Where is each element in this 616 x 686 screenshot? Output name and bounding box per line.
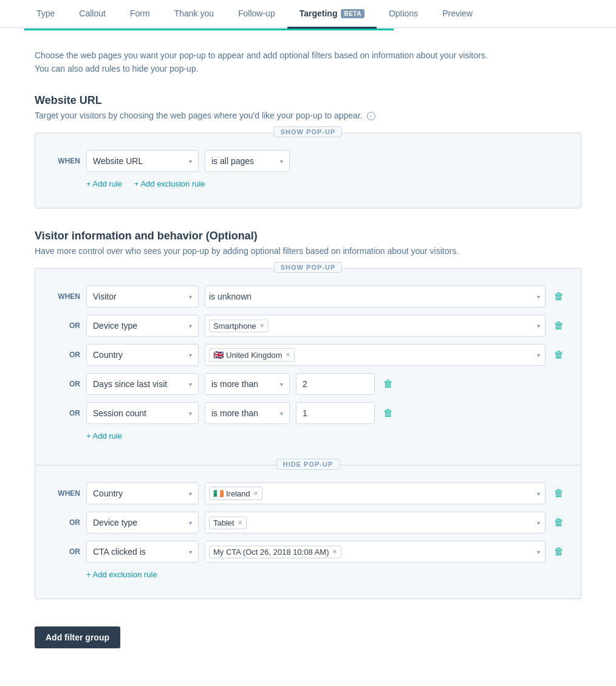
chevron-down-icon: ▾ xyxy=(189,323,192,329)
chevron-down-icon: ▾ xyxy=(189,520,192,526)
hide-popup-inner: WHEN Country ▾ 🇮🇪 Ireland × xyxy=(35,465,581,599)
tab-preview[interactable]: Preview xyxy=(430,0,485,29)
chevron-down-icon: ▾ xyxy=(189,293,192,300)
visitor-main-dropdown[interactable]: Visitor ▾ xyxy=(86,286,199,307)
country-value[interactable]: 🇬🇧 United Kingdom × ▾ xyxy=(205,344,546,366)
hide-popup-divider: HIDE POP-UP WHEN Country ▾ 🇮🇪 xyxy=(35,465,581,599)
country-dropdown[interactable]: Country ▾ xyxy=(86,344,199,366)
url-condition-dropdown[interactable]: is all pages ▾ xyxy=(205,150,290,172)
chevron-down-icon: ▾ xyxy=(189,381,192,388)
url-main-dropdown[interactable]: Website URL ▾ xyxy=(86,150,199,172)
hide-country-row: WHEN Country ▾ 🇮🇪 Ireland × xyxy=(50,482,566,504)
chevron-down-icon: ▾ xyxy=(280,158,283,165)
delete-button[interactable]: 🗑 xyxy=(381,376,395,392)
visitor-info-title: Visitor information and behavior (Option… xyxy=(35,230,581,242)
device-type-dropdown[interactable]: Device type ▾ xyxy=(86,315,199,337)
chevron-down-icon: ▾ xyxy=(537,520,540,526)
delete-button[interactable]: 🗑 xyxy=(552,289,566,304)
ireland-tag: 🇮🇪 Ireland × xyxy=(209,487,262,500)
add-exclusion-row: + Add exclusion rule xyxy=(50,570,566,579)
smartphone-tag: Smartphone × xyxy=(209,320,269,332)
delete-button[interactable]: 🗑 xyxy=(552,485,566,501)
website-url-subtitle: Target your visitors by choosing the web… xyxy=(35,111,581,120)
days-since-input[interactable] xyxy=(296,373,375,395)
hide-device-row: OR Device type ▾ Tablet × xyxy=(50,512,566,533)
add-filter-group-button[interactable]: Add filter group xyxy=(35,626,120,648)
when-label: WHEN xyxy=(50,157,80,165)
uk-tag: 🇬🇧 United Kingdom × xyxy=(209,348,295,362)
device-type-row: OR Device type ▾ Smartphone × ▾ xyxy=(50,315,566,337)
cta-tag: My CTA (Oct 26, 2018 10:08 AM) × xyxy=(209,546,341,558)
beta-badge: BETA xyxy=(341,9,364,18)
or-label: OR xyxy=(50,380,80,388)
chevron-down-icon: ▾ xyxy=(537,323,540,329)
add-visitor-rule-button[interactable]: + Add rule xyxy=(86,431,122,441)
chevron-down-icon: ▾ xyxy=(189,490,192,497)
delete-button[interactable]: 🗑 xyxy=(552,544,566,560)
remove-smartphone-icon[interactable]: × xyxy=(260,321,264,330)
remove-uk-icon[interactable]: × xyxy=(286,351,290,359)
url-when-row: WHEN Website URL ▾ is all pages ▾ xyxy=(50,150,566,172)
main-content: Choose the web pages you want your pop-u… xyxy=(0,30,616,673)
website-url-title: Website URL xyxy=(35,94,581,107)
delete-button[interactable]: 🗑 xyxy=(552,318,566,334)
add-exclusion-rule-button[interactable]: + Add exclusion rule xyxy=(134,179,205,188)
chevron-down-icon: ▾ xyxy=(189,352,192,358)
hide-cta-row: OR CTA clicked is ▾ My CTA (Oct 26, 2018… xyxy=(50,541,566,563)
chevron-down-icon: ▾ xyxy=(280,381,283,388)
chevron-down-icon: ▾ xyxy=(189,158,192,165)
remove-tablet-icon[interactable]: × xyxy=(238,518,242,527)
delete-button[interactable]: 🗑 xyxy=(381,405,395,421)
days-since-condition-dropdown[interactable]: is more than ▾ xyxy=(205,373,290,395)
hide-cta-dropdown[interactable]: CTA clicked is ▾ xyxy=(86,541,199,563)
tab-type[interactable]: Type xyxy=(24,0,67,29)
show-popup-url-label: SHOW POP-UP xyxy=(274,126,342,137)
tab-form[interactable]: Form xyxy=(118,0,162,29)
tab-follow-up[interactable]: Follow-up xyxy=(226,0,287,29)
visitor-info-subtitle: Have more control over who sees your pop… xyxy=(35,246,581,256)
or-label: OR xyxy=(50,547,80,556)
website-url-section: Website URL Target your visitors by choo… xyxy=(35,94,581,208)
visitor-row-1: WHEN Visitor ▾ is unknown ▾ 🗑 xyxy=(50,286,566,307)
show-popup-url-inner: WHEN Website URL ▾ is all pages ▾ + Add … xyxy=(35,133,581,208)
remove-cta-icon[interactable]: × xyxy=(333,547,337,556)
page-description: Choose the web pages you want your pop-u… xyxy=(35,49,496,76)
tab-options[interactable]: Options xyxy=(377,0,430,29)
delete-button[interactable]: 🗑 xyxy=(552,515,566,530)
nav-tabs: Type Callout Form Thank you Follow-up Ta… xyxy=(0,0,616,29)
chevron-down-icon: ▾ xyxy=(537,490,540,497)
tablet-tag: Tablet × xyxy=(209,516,247,529)
country-row: OR Country ▾ 🇬🇧 United Kingdom × xyxy=(50,344,566,366)
or-label: OR xyxy=(50,409,80,417)
when-label: WHEN xyxy=(50,292,80,301)
or-label: OR xyxy=(50,518,80,527)
hide-device-dropdown[interactable]: Device type ▾ xyxy=(86,512,199,533)
session-count-condition-dropdown[interactable]: is more than ▾ xyxy=(205,402,290,424)
add-rule-button[interactable]: + Add rule xyxy=(86,179,122,188)
remove-ireland-icon[interactable]: × xyxy=(254,489,258,498)
show-popup-visitor-inner: WHEN Visitor ▾ is unknown ▾ 🗑 O xyxy=(35,269,581,460)
hide-country-dropdown[interactable]: Country ▾ xyxy=(86,482,199,504)
url-actions-row: + Add rule + Add exclusion rule xyxy=(50,179,566,188)
days-since-dropdown[interactable]: Days since last visit ▾ xyxy=(86,373,199,395)
session-count-dropdown[interactable]: Session count ▾ xyxy=(86,402,199,424)
tab-callout[interactable]: Callout xyxy=(67,0,118,29)
tab-targeting[interactable]: Targeting BETA xyxy=(287,0,377,29)
delete-button[interactable]: 🗑 xyxy=(552,347,566,363)
tab-thank-you[interactable]: Thank you xyxy=(162,0,226,29)
show-popup-visitor-label: SHOW POP-UP xyxy=(274,262,342,273)
info-icon[interactable]: i xyxy=(367,112,375,120)
chevron-down-icon: ▾ xyxy=(189,549,192,555)
days-since-row: OR Days since last visit ▾ is more than … xyxy=(50,373,566,395)
session-count-input[interactable] xyxy=(296,402,375,424)
hide-country-value[interactable]: 🇮🇪 Ireland × ▾ xyxy=(205,482,546,504)
hide-device-value[interactable]: Tablet × ▾ xyxy=(205,512,546,533)
visitor-condition-dropdown[interactable]: is unknown ▾ xyxy=(205,286,546,307)
add-exclusion-rule-button[interactable]: + Add exclusion rule xyxy=(86,570,157,579)
when-label: WHEN xyxy=(50,489,80,498)
or-label: OR xyxy=(50,351,80,359)
device-type-value[interactable]: Smartphone × ▾ xyxy=(205,315,546,337)
chevron-down-icon: ▾ xyxy=(537,293,540,300)
chevron-down-icon: ▾ xyxy=(280,410,283,417)
hide-cta-value[interactable]: My CTA (Oct 26, 2018 10:08 AM) × ▾ xyxy=(205,541,546,563)
